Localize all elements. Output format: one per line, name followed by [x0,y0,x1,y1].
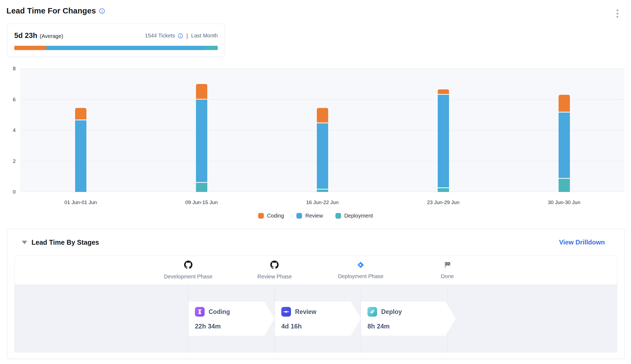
lead-time-by-stages-card: Lead Time By Stages View Drilldown Devel… [7,229,625,359]
rocket-icon [367,307,377,317]
legend-swatch [296,213,302,219]
stage-card-review: Review 4d 16h [275,302,361,336]
phase-label: Done [441,273,454,279]
stages-title: Lead Time By Stages [31,239,99,246]
phase-deployment: Deployment Phase [338,256,384,285]
stages-table-body: Coding 22h 34m Review 4d 1 [15,285,617,352]
average-label: (Average) [40,33,63,39]
bar-segment-review[interactable] [438,95,449,187]
bar-segment-review[interactable] [75,120,86,192]
phase-done: Done [441,256,454,285]
y-tick-label: 2 [0,158,16,164]
bar-segment-review[interactable] [317,123,328,189]
bar-segment-review[interactable] [559,113,570,178]
legend-label: Review [305,213,323,219]
legend-item-deployment[interactable]: Deployment [335,213,373,219]
legend-label: Coding [267,213,284,219]
x-tick-label: 01 Jun-01 Jun [64,200,97,205]
github-icon [271,261,279,270]
bar-segment-coding[interactable] [75,108,86,120]
legend-item-coding[interactable]: Coding [258,213,284,219]
page-header: Lead Time For Changes [6,6,105,15]
legend-item-review[interactable]: Review [296,213,323,219]
column-divider [275,285,275,352]
stages-header: Lead Time By Stages View Drilldown [7,229,624,256]
y-tick-label: 8 [0,66,16,72]
stage-card-title: Coding [209,308,230,316]
distribution-segment-deployment [206,46,218,50]
chart-legend: CodingReviewDeployment [0,213,631,219]
bar-segment-deployment[interactable] [559,179,570,192]
stage-card-duration: 8h 24m [367,323,456,330]
collapse-triangle-icon[interactable] [22,241,27,244]
x-tick-label: 09 Jun-15 Jun [185,200,218,205]
y-tick-label: 0 [0,189,16,195]
bar-segment-coding[interactable] [559,95,570,112]
stage-card-coding: Coding 22h 34m [188,302,275,336]
stage-card-title: Review [295,308,316,316]
column-divider [188,285,188,352]
legend-swatch [258,213,264,219]
phase-label: Deployment Phase [338,273,384,279]
legend-swatch [335,213,341,219]
stage-card-deploy: Deploy 8h 24m [361,302,456,336]
github-icon [184,261,192,270]
checkered-flag-icon [444,261,451,270]
phase-label: Development Phase [164,274,212,280]
info-icon[interactable] [99,8,105,14]
phase-development: Development Phase [164,256,212,285]
phase-review: Review Phase [257,256,292,285]
bar-segment-deployment[interactable] [438,188,449,192]
tickets-info-icon[interactable] [178,33,183,38]
gridline [20,68,625,69]
lead-time-dashboard: Lead Time For Changes 5d 23h (Average) 1… [0,0,631,364]
bar-segment-review[interactable] [196,100,207,182]
y-tick-label: 4 [0,127,16,133]
phase-label: Review Phase [257,274,292,280]
stages-table-header: Development Phase Review Phase [15,256,617,285]
average-lead-time-value: 5d 23h [14,32,37,40]
separator: | [186,32,188,39]
distribution-segment-review [46,46,206,50]
legend-label: Deployment [344,213,373,219]
lead-time-chart: 02468 01 Jun-01 Jun09 Jun-15 Jun16 Jun-2… [0,67,631,227]
summary-card: 5d 23h (Average) 1544 Tickets | Last Mon… [7,24,225,57]
y-tick-label: 6 [0,97,16,103]
page-title: Lead Time For Changes [6,6,96,15]
stage-card-title: Deploy [381,308,402,316]
hourglass-icon [195,307,205,317]
stage-card-duration: 4d 16h [281,323,361,330]
more-options-kebab-icon[interactable] [614,8,620,19]
bar-segment-coding[interactable] [317,108,328,122]
commit-icon [281,307,291,317]
x-tick-label: 30 Jun-30 Jun [548,200,580,205]
distribution-segment-coding [14,46,46,50]
bar-segment-deployment[interactable] [317,190,328,192]
period-label: Last Month [191,33,218,39]
x-tick-label: 16 Jun-22 Jun [306,200,338,205]
jira-icon [357,261,364,270]
view-drilldown-link[interactable]: View Drilldown [559,239,605,246]
tickets-count: 1544 Tickets [145,33,175,39]
lead-time-distribution-bar [14,46,218,50]
chart-plot-area [20,69,625,192]
stage-card-duration: 22h 34m [195,323,275,330]
stages-table: Development Phase Review Phase [14,256,617,352]
bar-segment-coding[interactable] [196,84,207,99]
bar-segment-coding[interactable] [438,89,449,94]
x-tick-label: 23 Jun-29 Jun [427,200,459,205]
gridline [20,99,625,100]
bar-segment-deployment[interactable] [196,183,207,192]
